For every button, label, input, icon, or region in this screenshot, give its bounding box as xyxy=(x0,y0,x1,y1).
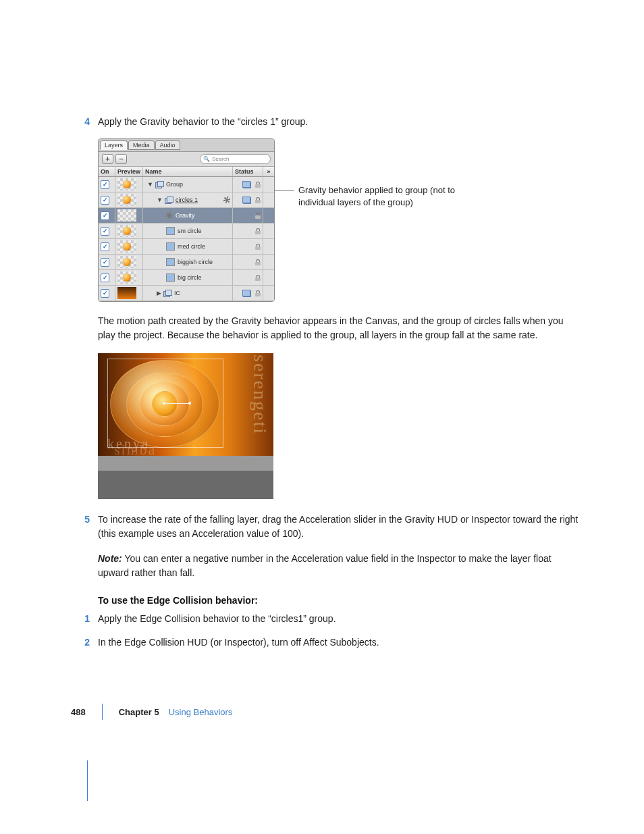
add-button[interactable]: + xyxy=(102,154,113,164)
substep-2: 2 In the Edge Collision HUD (or Inspecto… xyxy=(71,635,583,650)
page-footer: 488 Chapter 5 Using Behaviors xyxy=(71,704,583,720)
text-simba: simba xyxy=(114,441,157,456)
visibility-checkbox[interactable] xyxy=(101,258,109,267)
preview-thumb xyxy=(117,240,136,253)
layer-name[interactable]: med circle xyxy=(178,243,205,250)
tab-layers[interactable]: Layers xyxy=(100,140,128,150)
disclosure-triangle[interactable]: ▼ xyxy=(157,197,163,203)
group-icon xyxy=(163,290,171,296)
annotation-leader xyxy=(274,190,294,191)
lock-icon[interactable] xyxy=(255,259,261,265)
page-number: 488 xyxy=(71,707,86,717)
visibility-checkbox[interactable] xyxy=(101,211,109,220)
subprocedure-title: To use the Edge Collision behavior: xyxy=(98,594,583,608)
visibility-checkbox[interactable] xyxy=(101,180,109,189)
gear-icon xyxy=(223,197,230,203)
lock-icon[interactable] xyxy=(255,275,261,281)
canvas-preview: serengeti kenya simba xyxy=(98,353,273,499)
preview-thumb xyxy=(117,287,136,299)
group-icon xyxy=(155,181,163,188)
panel-toolbar: + – 🔍 Search xyxy=(99,152,274,167)
col-on[interactable]: On xyxy=(99,167,115,176)
visibility-checkbox[interactable] xyxy=(101,196,109,205)
canvas-scene: serengeti kenya simba xyxy=(98,353,273,456)
preview-thumb xyxy=(117,256,136,268)
column-headers: On Preview Name Status » xyxy=(99,167,274,177)
chapter-title: Using Behaviors xyxy=(169,707,233,717)
tab-audio[interactable]: Audio xyxy=(155,140,180,150)
layer-icon xyxy=(166,258,175,266)
search-placeholder: Search xyxy=(212,156,229,162)
layers-panel[interactable]: Layers Media Audio + – 🔍 Search On Previ… xyxy=(98,138,275,302)
layers-icon xyxy=(242,290,250,296)
note-paragraph: Note: You can enter a negative number in… xyxy=(98,552,583,580)
step-4: 4 Apply the Gravity behavior to the “cir… xyxy=(71,115,583,129)
annotation-label: Gravity behavior applied to group (not t… xyxy=(298,184,474,209)
lock-icon[interactable] xyxy=(255,228,261,234)
note-body: You can enter a negative number in the A… xyxy=(98,553,552,578)
col-status[interactable]: Status xyxy=(233,167,263,176)
layers-icon xyxy=(242,181,250,188)
layer-row[interactable]: big circle xyxy=(99,270,274,286)
layer-name[interactable]: circles 1 xyxy=(176,197,198,203)
layer-name[interactable]: Group xyxy=(166,181,183,188)
tab-media[interactable]: Media xyxy=(128,140,155,150)
layer-name[interactable]: biggish circle xyxy=(178,259,213,265)
lock-icon[interactable] xyxy=(255,182,261,188)
visibility-checkbox[interactable] xyxy=(101,273,109,282)
layer-name[interactable]: big circle xyxy=(178,274,202,281)
layer-icon xyxy=(166,273,175,282)
preview-thumb xyxy=(117,194,136,206)
footer-rule xyxy=(102,704,103,720)
col-spill[interactable]: » xyxy=(263,167,274,176)
col-preview[interactable]: Preview xyxy=(115,167,143,176)
preview-thumb xyxy=(117,225,136,237)
layer-row[interactable]: med circle xyxy=(99,239,274,255)
step-body: To increase the rate of the falling laye… xyxy=(98,513,583,541)
margin-rule xyxy=(87,760,644,801)
search-input[interactable]: 🔍 Search xyxy=(200,154,271,164)
layer-name[interactable]: Gravity xyxy=(176,212,195,219)
layer-icon xyxy=(166,242,175,251)
col-name[interactable]: Name xyxy=(143,167,233,176)
step-body: Apply the Edge Collision behavior to the… xyxy=(98,612,583,626)
step-5: 5 To increase the rate of the falling la… xyxy=(71,513,583,541)
layer-row[interactable]: ▶IC xyxy=(99,286,274,301)
step-number: 2 xyxy=(71,635,98,650)
preview-thumb xyxy=(117,209,136,221)
panel-tabs: Layers Media Audio xyxy=(99,139,274,152)
step-number: 5 xyxy=(71,513,98,541)
layers-icon xyxy=(242,197,250,203)
disclosure-triangle[interactable]: ▶ xyxy=(157,290,161,296)
step-body: In the Edge Collision HUD (or Inspector)… xyxy=(98,635,583,650)
substep-1: 1 Apply the Edge Collision behavior to t… xyxy=(71,612,583,626)
preview-thumb xyxy=(117,178,136,190)
layer-row[interactable]: ▼Group xyxy=(99,177,274,192)
step-number: 4 xyxy=(71,115,98,129)
remove-button[interactable]: – xyxy=(115,154,127,164)
lock-icon[interactable] xyxy=(255,290,261,296)
disclosure-triangle[interactable]: ▼ xyxy=(147,181,153,188)
motion-path xyxy=(164,403,190,404)
lock-icon[interactable] xyxy=(255,244,261,250)
layer-row[interactable]: sm circle xyxy=(99,224,274,239)
group-icon xyxy=(165,197,173,203)
lock-icon[interactable] xyxy=(255,197,261,203)
layer-name[interactable]: sm circle xyxy=(178,228,202,234)
layer-row[interactable]: Gravity xyxy=(99,208,274,224)
layer-row[interactable]: ▼circles 1 xyxy=(99,192,274,208)
visibility-checkbox[interactable] xyxy=(101,227,109,236)
layer-row[interactable]: biggish circle xyxy=(99,255,274,270)
note-label: Note: xyxy=(98,553,122,564)
layer-icon xyxy=(166,227,175,235)
step-number: 1 xyxy=(71,612,98,626)
lock-icon[interactable] xyxy=(255,213,261,219)
search-icon: 🔍 xyxy=(203,156,210,162)
visibility-checkbox[interactable] xyxy=(101,289,109,298)
preview-thumb xyxy=(117,271,136,284)
chapter-label: Chapter 5 xyxy=(119,707,159,717)
layers-figure: Layers Media Audio + – 🔍 Search On Previ… xyxy=(98,138,583,302)
visibility-checkbox[interactable] xyxy=(101,242,109,251)
layer-name[interactable]: IC xyxy=(174,290,180,296)
text-serengeti: serengeti xyxy=(249,355,271,435)
